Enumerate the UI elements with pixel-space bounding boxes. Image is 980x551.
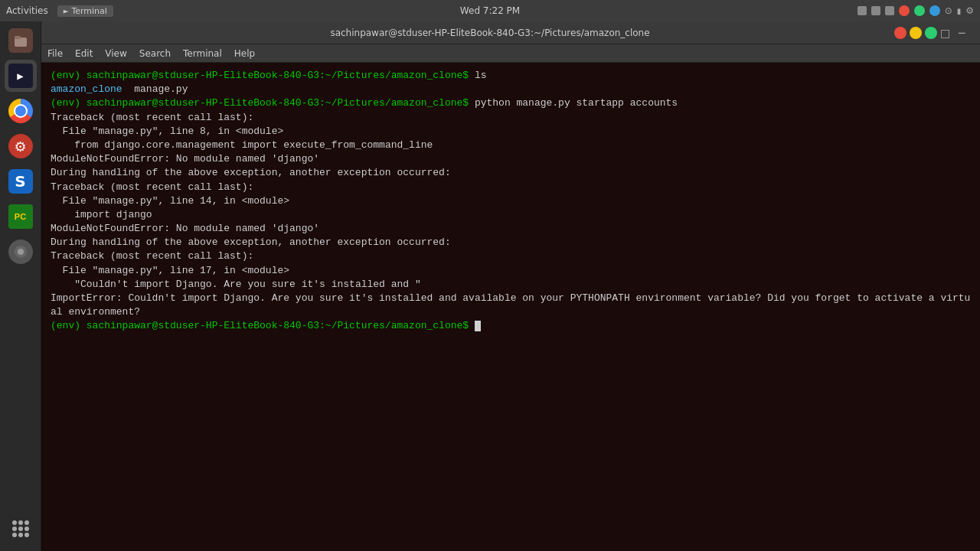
sidebar-item-pycharm[interactable]: PC (5, 201, 37, 233)
skype-icon: S (8, 169, 33, 194)
menu-bar: File Edit View Search Terminal Help (41, 44, 980, 63)
command-text: ls (475, 70, 487, 81)
terminal-line: ModuleNotFoundError: No module named 'dj… (51, 152, 971, 166)
power-icon (885, 6, 894, 15)
terminal-line: Traceback (most recent call last): (51, 181, 971, 194)
terminal-line: (env) sachinpawar@stduser-HP-EliteBook-8… (51, 96, 971, 110)
sidebar-item-skype[interactable]: S (5, 165, 37, 197)
win-extra-button[interactable]: □ (940, 27, 956, 39)
terminal-line: File "manage.py", line 17, in <module> (51, 264, 971, 278)
win-minimize-button[interactable] (910, 27, 922, 39)
minimize-window-icon[interactable] (914, 5, 925, 16)
terminal-output[interactable]: (env) sachinpawar@stduser-HP-EliteBook-8… (41, 63, 980, 551)
window-title: sachinpawar@stduser-HP-EliteBook-840-G3:… (330, 28, 649, 38)
menu-search[interactable]: Search (139, 48, 171, 59)
svg-point-3 (18, 249, 24, 255)
app-icon (8, 240, 33, 264)
ls-dir: amazon_clone (51, 83, 122, 95)
volume-icon (871, 6, 880, 15)
terminal-line: File "manage.py", line 8, in <module> (51, 125, 971, 139)
terminal-line: During handling of the above exception, … (51, 236, 971, 249)
files-icon (8, 28, 33, 53)
terminal-prompt-cursor: (env) sachinpawar@stduser-HP-EliteBook-8… (51, 319, 971, 333)
terminal-line: (env) sachinpawar@stduser-HP-EliteBook-8… (51, 69, 971, 83)
cursor (475, 321, 481, 331)
sidebar-item-terminal[interactable]: ▶ (5, 60, 37, 92)
terminal-line: ModuleNotFoundError: No module named 'dj… (51, 222, 971, 236)
wifi-icon: ⊙ (945, 5, 952, 16)
app-grid-button[interactable] (5, 513, 37, 545)
sidebar-item-files[interactable] (5, 24, 37, 57)
svg-rect-1 (15, 36, 21, 39)
terminal-line: import django (51, 208, 971, 222)
terminal-line: Traceback (most recent call last): (51, 111, 971, 125)
prompt-text: (env) sachinpawar@stduser-HP-EliteBook-8… (51, 70, 475, 81)
prompt-text: (env) sachinpawar@stduser-HP-EliteBook-8… (51, 97, 475, 109)
terminal-line: from django.core.management import execu… (51, 139, 971, 152)
menu-view[interactable]: View (105, 48, 126, 59)
terminal-line: Traceback (most recent call last): (51, 249, 971, 263)
terminal-line: During handling of the above exception, … (51, 166, 971, 180)
ls-output-line: amazon_clone manage.py (51, 83, 971, 96)
activities-button[interactable]: Activities (6, 5, 48, 16)
sidebar-item-settings[interactable]: ⚙ (5, 130, 37, 162)
top-bar: Activities ► Terminal Wed 7:22 PM ⊙ ▮ ⚙ (0, 0, 980, 21)
menu-edit[interactable]: Edit (75, 48, 93, 59)
sidebar-item-app[interactable] (5, 236, 37, 268)
terminal-window: sachinpawar@stduser-HP-EliteBook-840-G3:… (41, 21, 980, 551)
terminal-app-icon: ▶ (8, 64, 33, 88)
terminal-error-line: ImportError: Couldn't import Django. Are… (51, 292, 971, 319)
network-icon (858, 6, 867, 15)
close-window-icon[interactable] (899, 5, 910, 16)
ls-file: manage.py (134, 83, 188, 95)
grid-icon (8, 517, 33, 541)
win-close-button[interactable] (894, 27, 906, 39)
chrome-icon (8, 99, 33, 123)
terminal-line: File "manage.py", line 14, in <module> (51, 194, 971, 208)
sidebar: ▶ ⚙ S PC (0, 21, 41, 551)
sidebar-item-chrome[interactable] (5, 95, 37, 127)
badge-icon (929, 5, 940, 16)
menu-help[interactable]: Help (234, 48, 255, 59)
prompt-text: (env) sachinpawar@stduser-HP-EliteBook-8… (51, 320, 475, 331)
window-titlebar: sachinpawar@stduser-HP-EliteBook-840-G3:… (41, 21, 980, 44)
settings-tray-icon: ⚙ (965, 5, 974, 16)
terminal-taskbar-button[interactable]: ► Terminal (57, 5, 113, 17)
pycharm-icon: PC (8, 204, 33, 229)
menu-terminal[interactable]: Terminal (183, 48, 222, 59)
win-extra-button2[interactable]: ─ (959, 27, 974, 39)
command-text: python manage.py startapp accounts (475, 97, 678, 109)
menu-file[interactable]: File (47, 48, 63, 59)
datetime-display: Wed 7:22 PM (460, 5, 520, 16)
terminal-line: "Couldn't import Django. Are you sure it… (51, 278, 971, 292)
battery-icon: ▮ (957, 7, 962, 15)
terminal-icon: ► (64, 6, 69, 16)
win-maximize-button[interactable] (925, 27, 937, 39)
settings-icon: ⚙ (8, 134, 33, 158)
